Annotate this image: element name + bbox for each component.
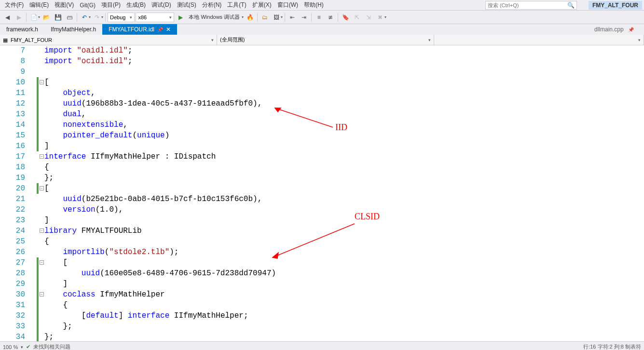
save-all-button[interactable]: 🗃 bbox=[64, 12, 75, 23]
line-number: 18 bbox=[0, 162, 25, 173]
tab-dllmain[interactable]: dllmain.cpp 📌 bbox=[588, 24, 644, 35]
menu-test[interactable]: 测试(S) bbox=[174, 0, 199, 10]
bookmark-clear-icon[interactable]: ✖▾ bbox=[375, 12, 386, 23]
pin-icon[interactable]: 📌 bbox=[628, 27, 634, 32]
line-number: 12 bbox=[0, 98, 25, 109]
line-number: 25 bbox=[0, 236, 25, 247]
line-number: 15 bbox=[0, 130, 25, 141]
project-icon: ▦ bbox=[3, 37, 9, 43]
tab-fmyaltfour-idl[interactable]: FMYALTFOUR.idl 📌 ✕ bbox=[102, 24, 177, 35]
line-number: 9 bbox=[0, 67, 25, 77]
tab-label: dllmain.cpp bbox=[594, 26, 624, 33]
bookmark-next-icon[interactable]: ⇲ bbox=[363, 12, 374, 23]
menu-window[interactable]: 窗口(W) bbox=[274, 0, 301, 10]
menu-tools[interactable]: 工具(T) bbox=[224, 0, 249, 10]
files-icon[interactable]: 🗂 bbox=[260, 12, 270, 23]
scope-combo-3[interactable] bbox=[434, 35, 644, 45]
pin-icon[interactable]: 📌 bbox=[157, 27, 163, 32]
line-number: 10 bbox=[0, 77, 25, 88]
scope-combo-2[interactable]: (全局范围) bbox=[217, 35, 434, 45]
separator bbox=[77, 13, 77, 22]
fire-icon[interactable]: 🔥 bbox=[245, 12, 255, 23]
scope-label: (全局范围) bbox=[220, 36, 245, 43]
menu-analyze[interactable]: 分析(N) bbox=[199, 0, 225, 10]
issues-label[interactable]: 未找到相关问题 bbox=[33, 343, 70, 350]
menu-project[interactable]: 项目(P) bbox=[98, 0, 123, 10]
nav-fwd-button[interactable]: ▶ bbox=[14, 12, 24, 23]
nav-back-button[interactable]: ◀ bbox=[2, 12, 13, 23]
fold-toggle[interactable]: − bbox=[40, 229, 44, 233]
fold-toggle[interactable]: − bbox=[40, 154, 44, 159]
search-input[interactable] bbox=[486, 2, 565, 8]
separator bbox=[26, 13, 27, 22]
menu-build[interactable]: 生成(B) bbox=[123, 0, 149, 10]
separator bbox=[338, 13, 338, 22]
indent-out-icon[interactable]: ⇤ bbox=[287, 12, 298, 23]
fold-toggle[interactable]: − bbox=[40, 186, 44, 190]
start-debug-button[interactable]: ▶ bbox=[175, 12, 186, 23]
menu-view[interactable]: 视图(V) bbox=[52, 0, 77, 10]
fold-toggle[interactable]: − bbox=[40, 260, 44, 265]
cursor-position: 行:16 字符:2 列:8 制表符 bbox=[583, 343, 641, 350]
menu-debug[interactable]: 调试(D) bbox=[149, 0, 174, 10]
search-box[interactable]: 🔍 bbox=[485, 1, 577, 10]
line-number: 7 bbox=[0, 45, 25, 56]
status-bar: 100 % ▾ ✔ 未找到相关问题 行:16 字符:2 列:8 制表符 bbox=[0, 341, 644, 350]
menu-edit[interactable]: 编辑(E) bbox=[27, 0, 52, 10]
line-number: 26 bbox=[0, 247, 25, 257]
menu-git[interactable]: Git(G) bbox=[77, 1, 98, 10]
code-editor[interactable]: 7 8 9 10 11 12 13 14 15 16 17 18 19 20 2… bbox=[0, 45, 644, 341]
line-number: 27 bbox=[0, 257, 25, 268]
tab-ifmymathhelper[interactable]: IfmyMathHelper.h bbox=[44, 24, 102, 35]
line-number: 19 bbox=[0, 173, 25, 183]
line-number: 28 bbox=[0, 268, 25, 279]
indent-in-icon[interactable]: ⇥ bbox=[299, 12, 309, 23]
separator bbox=[105, 13, 106, 22]
line-number: 16 bbox=[0, 141, 25, 151]
save-button[interactable]: 💾 bbox=[53, 12, 63, 23]
line-number: 23 bbox=[0, 215, 25, 226]
menu-extensions[interactable]: 扩展(X) bbox=[249, 0, 274, 10]
picture-icon[interactable]: 🖼▾ bbox=[271, 12, 283, 23]
line-number: 29 bbox=[0, 279, 25, 289]
fold-toggle[interactable]: − bbox=[40, 292, 44, 296]
separator bbox=[285, 13, 285, 22]
uncomment-icon[interactable]: ≢ bbox=[325, 12, 336, 23]
separator bbox=[311, 13, 312, 22]
project-name-badge: FMY_ALT_FOUR bbox=[589, 1, 642, 10]
comment-icon[interactable]: ≡ bbox=[314, 12, 324, 23]
debugger-label[interactable]: 本地 Windows 调试器 bbox=[187, 13, 242, 21]
search-icon[interactable]: 🔍 bbox=[565, 2, 576, 9]
close-icon[interactable]: ✕ bbox=[166, 26, 171, 33]
line-number: 30 bbox=[0, 289, 25, 300]
line-number: 13 bbox=[0, 109, 25, 120]
platform-combo[interactable]: x86 bbox=[136, 13, 174, 22]
line-number: 20 bbox=[0, 183, 25, 194]
line-number: 33 bbox=[0, 321, 25, 332]
tab-framework[interactable]: framework.h bbox=[0, 24, 44, 35]
bookmark-prev-icon[interactable]: ⇱ bbox=[352, 12, 362, 23]
new-item-button[interactable]: 📄▾ bbox=[28, 12, 40, 23]
line-number: 22 bbox=[0, 204, 25, 215]
open-button[interactable]: 📂 bbox=[41, 12, 52, 23]
undo-button[interactable]: ↶▾ bbox=[79, 12, 91, 23]
debugger-dropdown[interactable]: ▾ bbox=[242, 15, 244, 19]
zoom-level[interactable]: 100 % bbox=[3, 344, 18, 350]
fold-toggle[interactable]: − bbox=[40, 80, 44, 84]
toolbar: ◀ ▶ 📄▾ 📂 💾 🗃 ↶▾ ↷▾ Debug x86 ▶ 本地 Window… bbox=[0, 11, 644, 24]
code-area[interactable]: import "oaidl.idl"; import "ocidl.idl"; … bbox=[44, 45, 644, 341]
redo-button[interactable]: ↷▾ bbox=[92, 12, 103, 23]
line-number: 14 bbox=[0, 120, 25, 130]
bookmark-icon[interactable]: 🔖 bbox=[340, 12, 351, 23]
scope-combo-1[interactable]: ▦FMY_ALT_FOUR bbox=[0, 35, 217, 45]
line-number: 31 bbox=[0, 300, 25, 310]
menu-help[interactable]: 帮助(H) bbox=[301, 0, 327, 10]
scope-label: FMY_ALT_FOUR bbox=[11, 37, 52, 43]
config-combo[interactable]: Debug bbox=[108, 13, 135, 22]
tab-label: FMYALTFOUR.idl bbox=[109, 26, 154, 33]
nav-bar: ▦FMY_ALT_FOUR (全局范围) bbox=[0, 35, 644, 45]
line-number: 34 bbox=[0, 332, 25, 341]
line-number: 32 bbox=[0, 310, 25, 321]
line-number: 21 bbox=[0, 194, 25, 204]
menu-file[interactable]: 文件(F) bbox=[2, 0, 27, 10]
